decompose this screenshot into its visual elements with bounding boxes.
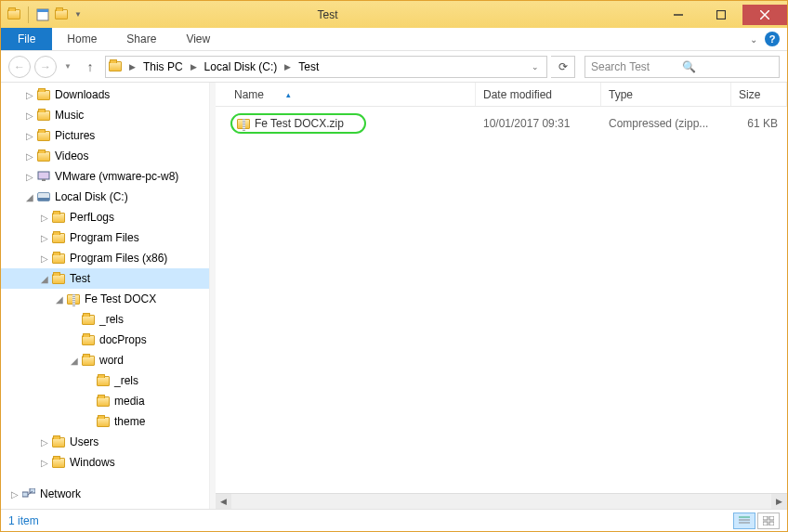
collapse-icon[interactable]: ◢ xyxy=(68,356,81,366)
search-input[interactable]: Search Test 🔍 xyxy=(584,56,780,78)
column-headers: Name▴ Date modified Type Size xyxy=(216,83,787,107)
body: ▷Downloads ▷Music ▷Pictures ▷Videos ▷VMw… xyxy=(1,82,787,509)
chevron-right-icon[interactable]: ▶ xyxy=(188,62,200,71)
file-tab[interactable]: File xyxy=(1,28,52,50)
collapse-icon[interactable]: ◢ xyxy=(38,274,51,284)
tree-item-docprops[interactable]: docProps xyxy=(1,330,209,350)
navigation-tree[interactable]: ▷Downloads ▷Music ▷Pictures ▷Videos ▷VMw… xyxy=(1,83,210,509)
computer-icon xyxy=(36,169,51,184)
tree-item-videos[interactable]: ▷Videos xyxy=(1,146,209,166)
column-header-date[interactable]: Date modified xyxy=(476,83,601,106)
tree-item-fe-test-docx[interactable]: ◢Fe Test DOCX xyxy=(1,289,209,309)
tree-item-users[interactable]: ▷Users xyxy=(1,432,209,452)
column-header-type[interactable]: Type xyxy=(601,83,731,106)
tree-item-word[interactable]: ◢word xyxy=(1,350,209,370)
ribbon: File Home Share View ⌄ ? xyxy=(1,28,787,51)
address-dropdown-icon[interactable]: ⌄ xyxy=(526,62,545,71)
chevron-right-icon[interactable]: ▶ xyxy=(126,62,138,71)
tab-share[interactable]: Share xyxy=(112,28,171,50)
tab-home[interactable]: Home xyxy=(52,28,112,50)
tree-item-local-disk[interactable]: ◢Local Disk (C:) xyxy=(1,187,209,207)
tree-item-vmware[interactable]: ▷VMware (vmware-pc-w8) xyxy=(1,166,209,187)
expand-icon[interactable]: ▷ xyxy=(38,437,51,448)
tree-item-pictures[interactable]: ▷Pictures xyxy=(1,125,209,146)
view-toggles xyxy=(733,513,780,529)
network-icon xyxy=(21,487,36,501)
maximize-button[interactable] xyxy=(700,5,742,25)
tree-item-perflogs[interactable]: ▷PerfLogs xyxy=(1,207,209,227)
status-bar: 1 item xyxy=(1,509,787,531)
folder-icon xyxy=(108,59,123,74)
expand-icon[interactable]: ▷ xyxy=(23,110,36,121)
scroll-right-icon[interactable]: ▶ xyxy=(771,494,787,510)
expand-icon[interactable]: ▷ xyxy=(23,172,36,182)
tree-item-downloads[interactable]: ▷Downloads xyxy=(1,84,209,105)
help-icon[interactable]: ? xyxy=(765,32,780,46)
breadcrumb-test[interactable]: Test xyxy=(294,60,323,73)
separator xyxy=(28,6,29,23)
folder-icon xyxy=(51,251,66,266)
sort-ascending-icon: ▴ xyxy=(286,90,291,99)
tree-item-rels2[interactable]: _rels xyxy=(1,370,209,391)
tree-item-program-files-x86[interactable]: ▷Program Files (x86) xyxy=(1,248,209,268)
collapse-icon[interactable]: ◢ xyxy=(53,294,66,305)
chevron-right-icon[interactable]: ▶ xyxy=(282,62,294,71)
new-folder-icon[interactable] xyxy=(54,7,69,22)
scroll-left-icon[interactable]: ◀ xyxy=(216,494,231,510)
file-type: Compressed (zipp... xyxy=(601,117,731,130)
expand-icon[interactable]: ▷ xyxy=(38,253,51,264)
up-button[interactable]: ↑ xyxy=(81,58,99,76)
expand-icon[interactable]: ▷ xyxy=(38,233,51,243)
folder-icon xyxy=(81,312,96,327)
folder-icon xyxy=(81,353,96,368)
svg-rect-14 xyxy=(763,516,768,520)
file-row[interactable]: Fe Test DOCX.zip 10/01/2017 09:31 Compre… xyxy=(216,112,787,135)
close-button[interactable] xyxy=(742,5,787,25)
expand-ribbon-icon[interactable]: ⌄ xyxy=(750,34,757,45)
breadcrumb-this-pc[interactable]: This PC xyxy=(138,60,188,73)
folder-icon xyxy=(96,414,111,429)
breadcrumb-local-disk[interactable]: Local Disk (C:) xyxy=(200,60,282,73)
collapse-icon[interactable]: ◢ xyxy=(23,192,36,202)
refresh-button[interactable]: ⟳ xyxy=(551,56,575,78)
properties-icon[interactable] xyxy=(35,7,50,22)
status-text: 1 item xyxy=(8,514,733,527)
history-dropdown-icon[interactable]: ▼ xyxy=(64,62,72,71)
details-view-button[interactable] xyxy=(733,513,755,529)
column-header-size[interactable]: Size xyxy=(731,83,787,106)
expand-icon[interactable]: ▷ xyxy=(23,131,36,141)
address-bar[interactable]: ▶ This PC▶ Local Disk (C:)▶ Test ⌄ xyxy=(105,56,547,78)
file-date: 10/01/2017 09:31 xyxy=(476,117,601,130)
thumbnails-view-button[interactable] xyxy=(757,513,780,529)
tree-item-windows[interactable]: ▷Windows xyxy=(1,452,209,473)
titlebar: ▼ Test xyxy=(1,1,787,28)
column-header-name[interactable]: Name▴ xyxy=(216,83,476,106)
tree-item-test[interactable]: ◢Test xyxy=(1,268,209,289)
tree-item-media[interactable]: media xyxy=(1,391,209,411)
folder-icon xyxy=(51,455,66,470)
qat-dropdown-icon[interactable]: ▼ xyxy=(74,10,82,19)
folder-icon xyxy=(36,108,51,123)
tree-item-network[interactable]: ▷Network xyxy=(1,484,209,504)
minimize-button[interactable] xyxy=(657,5,700,25)
tree-item-rels[interactable]: _rels xyxy=(1,309,209,330)
window-controls xyxy=(657,5,787,25)
forward-button[interactable]: → xyxy=(34,56,57,78)
svg-rect-16 xyxy=(763,522,768,526)
expand-icon[interactable]: ▷ xyxy=(23,151,36,162)
tab-view[interactable]: View xyxy=(171,28,225,50)
back-button[interactable]: ← xyxy=(8,56,31,78)
tree-item-theme[interactable]: theme xyxy=(1,411,209,432)
expand-icon[interactable]: ▷ xyxy=(38,458,51,468)
tree-item-program-files[interactable]: ▷Program Files xyxy=(1,227,209,248)
expand-icon[interactable]: ▷ xyxy=(23,90,36,100)
folder-icon xyxy=(51,230,66,245)
expand-icon[interactable]: ▷ xyxy=(38,213,51,223)
file-list[interactable]: Fe Test DOCX.zip 10/01/2017 09:31 Compre… xyxy=(216,107,787,493)
navigation-bar: ← → ▼ ↑ ▶ This PC▶ Local Disk (C:)▶ Test… xyxy=(1,51,787,82)
horizontal-scrollbar[interactable]: ◀ ▶ xyxy=(216,493,787,509)
expand-icon[interactable]: ▷ xyxy=(8,489,21,500)
zip-icon xyxy=(66,292,81,306)
window-title: Test xyxy=(82,8,657,21)
tree-item-music[interactable]: ▷Music xyxy=(1,105,209,125)
